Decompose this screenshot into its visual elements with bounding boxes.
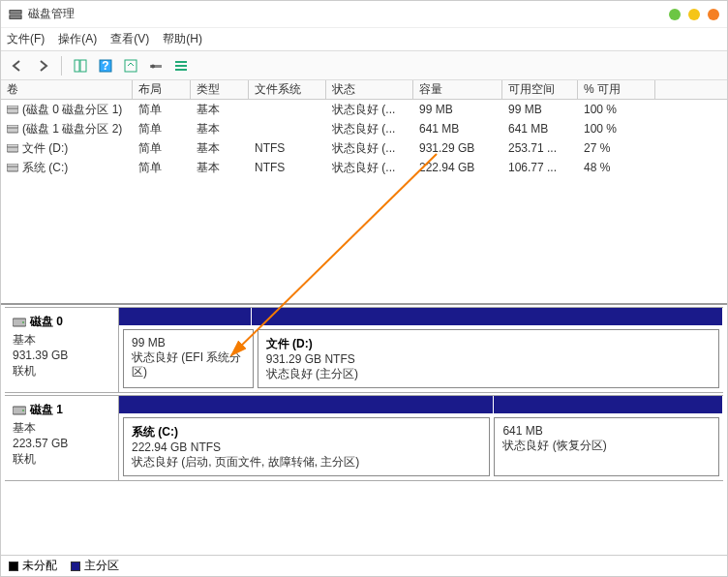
svg-rect-9 [175,61,187,63]
volume-status: 状态良好 (... [326,138,413,158]
volume-layout: 简单 [133,100,191,119]
legend-unallocated: 未分配 [9,558,57,574]
disk-icon [13,405,26,416]
traffic-light-orange[interactable] [708,9,719,20]
volume-capacity: 641 MB [413,119,502,138]
menu-action[interactable]: 操作(A) [58,31,97,47]
list-button[interactable] [170,55,192,76]
col-free[interactable]: 可用空间 [502,80,578,99]
volume-free: 641 MB [502,119,578,138]
forward-button[interactable] [32,55,53,76]
volume-percent: 100 % [578,100,655,119]
swatch-blue [71,562,80,571]
volume-row[interactable]: 系统 (C:)简单基本NTFS状态良好 (...222.94 GB106.77 … [1,158,727,177]
volume-name: 系统 (C:) [22,160,68,176]
legend-primary: 主分区 [71,558,119,574]
disk-type: 基本 [13,420,110,436]
disk-bar-segment [119,396,494,413]
menu-file[interactable]: 文件(F) [7,31,45,47]
svg-rect-13 [7,106,18,108]
disk-row: 磁盘 1基本223.57 GB联机系统 (C:)222.94 GB NTFS状态… [5,395,723,481]
volume-fs: NTFS [249,158,326,177]
volume-capacity: 222.94 GB [413,158,502,177]
partition-box[interactable]: 641 MB状态良好 (恢复分区) [494,417,719,476]
svg-rect-1 [10,15,21,18]
disk-info: 磁盘 0基本931.39 GB联机 [5,308,119,392]
svg-rect-3 [80,60,86,72]
disk-boxes: 99 MB状态良好 (EFI 系统分区)文件 (D:)931.29 GB NTF… [119,325,723,392]
traffic-light-green[interactable] [669,9,681,20]
disk-type: 基本 [13,332,110,348]
volume-type: 基本 [191,119,249,138]
volume-type: 基本 [191,138,249,158]
volume-status: 状态良好 (... [326,119,413,138]
partition-detail: 状态良好 (EFI 系统分区) [132,350,245,380]
partition-size: 931.29 GB NTFS [266,352,711,367]
volume-row[interactable]: (磁盘 1 磁盘分区 2)简单基本状态良好 (...641 MB641 MB10… [1,119,727,138]
col-filesystem[interactable]: 文件系统 [249,80,326,99]
help-button[interactable]: ? [95,55,116,76]
volume-layout: 简单 [133,138,191,158]
refresh-button[interactable] [120,55,141,76]
partition-box[interactable]: 文件 (D:)931.29 GB NTFS状态良好 (主分区) [258,329,719,388]
disk-graphical-pane[interactable]: 磁盘 0基本931.39 GB联机99 MB状态良好 (EFI 系统分区)文件 … [1,305,727,531]
volume-layout: 简单 [133,158,191,177]
volume-icon [7,143,18,153]
toolbar-separator [61,56,62,76]
disk-bar [119,308,723,325]
col-spacer [655,80,727,99]
volume-type: 基本 [191,158,249,177]
svg-rect-11 [175,69,187,71]
menu-view[interactable]: 查看(V) [110,31,149,47]
svg-rect-19 [7,164,18,167]
svg-rect-2 [75,60,79,72]
partition-title: 文件 (D:) [266,336,711,352]
svg-point-21 [22,321,24,323]
partition-box[interactable]: 系统 (C:)222.94 GB NTFS状态良好 (启动, 页面文件, 故障转… [123,417,490,476]
disk-partitions: 系统 (C:)222.94 GB NTFS状态良好 (启动, 页面文件, 故障转… [119,396,723,480]
menu-help[interactable]: 帮助(H) [163,31,202,47]
layout-button[interactable] [70,55,91,76]
col-status[interactable]: 状态 [326,80,413,99]
disk-size: 931.39 GB [13,348,110,363]
swatch-black [9,562,18,571]
volume-name: 文件 (D:) [22,140,68,157]
volume-percent: 100 % [578,119,655,138]
volume-row[interactable]: 文件 (D:)简单基本NTFS状态良好 (...931.29 GB253.71 … [1,138,727,158]
col-percent[interactable]: % 可用 [578,80,655,99]
volume-fs [249,119,326,138]
disk-info: 磁盘 1基本223.57 GB联机 [5,396,119,480]
col-layout[interactable]: 布局 [133,80,191,99]
settings-button[interactable] [145,55,167,76]
window-title: 磁盘管理 [28,6,669,22]
svg-text:?: ? [102,59,108,73]
volume-free: 106.77 ... [502,158,578,177]
volume-capacity: 99 MB [413,100,502,119]
svg-rect-15 [7,125,18,128]
back-button[interactable] [7,55,28,76]
volume-fs: NTFS [249,138,326,158]
volume-fs [249,100,326,119]
disk-boxes: 系统 (C:)222.94 GB NTFS状态良好 (启动, 页面文件, 故障转… [119,413,723,480]
volume-name: (磁盘 1 磁盘分区 2) [22,121,122,137]
volume-icon [7,105,18,114]
partition-detail: 状态良好 (启动, 页面文件, 故障转储, 主分区) [132,455,481,470]
volume-status: 状态良好 (... [326,158,413,177]
disk-size: 223.57 GB [13,436,110,451]
disk-name: 磁盘 1 [30,402,63,418]
col-type[interactable]: 类型 [191,80,249,99]
traffic-light-yellow[interactable] [688,9,700,20]
volume-name: (磁盘 0 磁盘分区 1) [22,102,122,118]
volume-list-body[interactable]: (磁盘 0 磁盘分区 1)简单基本状态良好 (...99 MB99 MB100 … [1,100,727,303]
disk-row: 磁盘 0基本931.39 GB联机99 MB状态良好 (EFI 系统分区)文件 … [5,307,723,393]
toolbar: ? [1,51,727,80]
volume-percent: 48 % [578,158,655,177]
volume-row[interactable]: (磁盘 0 磁盘分区 1)简单基本状态良好 (...99 MB99 MB100 … [1,100,727,119]
col-volume[interactable]: 卷 [1,80,133,99]
volume-free: 99 MB [502,100,578,119]
partition-box[interactable]: 99 MB状态良好 (EFI 系统分区) [123,329,254,388]
col-capacity[interactable]: 容量 [413,80,502,99]
disk-bar-segment [252,308,723,325]
volume-list-pane: 卷 布局 类型 文件系统 状态 容量 可用空间 % 可用 (磁盘 0 磁盘分区 … [1,80,727,305]
disk-icon [13,317,26,328]
